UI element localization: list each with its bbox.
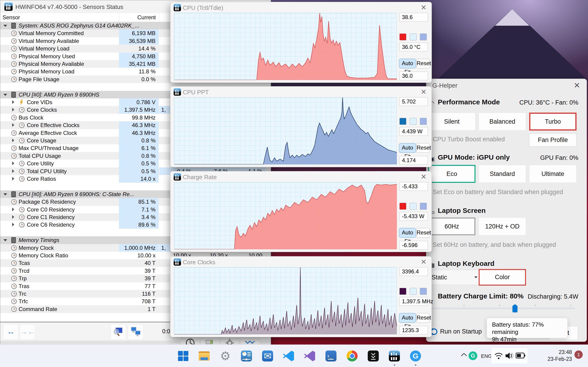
run-on-startup-toggle[interactable]	[427, 328, 437, 335]
sensor-row[interactable]: Physical Memory Load11.8 %	[0, 68, 271, 75]
taskbar-icon-hwinfo[interactable]	[388, 350, 401, 362]
chevron-collapsed-icon[interactable]	[12, 208, 14, 211]
sensor-row[interactable]: Core C6 Residency89.6 %	[0, 221, 271, 229]
taskbar-icon-system-monitor[interactable]	[240, 350, 253, 362]
sensor-row[interactable]: Tcas40 T	[0, 259, 271, 267]
taskbar-icon-settings[interactable]: ⚙	[219, 350, 232, 362]
taskbar-icon-vs-purple[interactable]	[303, 350, 316, 362]
sensor-row[interactable]: Physical Memory Used4,750 MB	[0, 52, 271, 60]
taskbar-icon-explorer[interactable]	[198, 350, 211, 362]
collapse-columns-button[interactable]: →←	[19, 324, 35, 340]
screen-button-60hz[interactable]: 60Hz	[428, 217, 476, 235]
sensor-row[interactable]: Virtual Memory Committed6,193 MB	[0, 29, 271, 37]
sensor-row[interactable]: Core VIDs0.786 V	[0, 98, 271, 106]
remote-monitors-button[interactable]	[128, 324, 144, 340]
sensor-current-value: 39 T	[119, 275, 159, 282]
sensor-current-value: 4,750 MB	[119, 52, 159, 60]
screen-magnifier-button[interactable]	[111, 324, 126, 340]
sensor-row[interactable]: Tras77 T	[0, 282, 271, 290]
keyboard-color-button[interactable]: Color	[479, 269, 526, 286]
taskbar-icon-ghelper[interactable]: G	[409, 350, 422, 362]
taskbar-icon-mail[interactable]: ✉	[261, 350, 274, 362]
sensor-row[interactable]: Trp39 T	[0, 275, 271, 282]
sensor-row[interactable]: Memory Clock Ratio10.00 x10.00 x10.20 x1…	[0, 252, 271, 259]
hwinfo-titlebar[interactable]: HWiNFO64 v7.40-5000 - Sensors Status	[0, 0, 271, 13]
sensor-row[interactable]: Bus Clock99.8 MHz	[0, 114, 271, 122]
tray-quick-settings[interactable]	[491, 348, 528, 364]
chevron-collapsed-icon[interactable]	[12, 177, 14, 181]
sensor-row[interactable]: Total CPU Utility0.5 %0.4 %7.6 %1.1 %	[0, 167, 271, 175]
grammarly-tray-icon[interactable]: G	[468, 351, 477, 360]
sensor-row[interactable]: Physical Memory Available35,421 MB	[0, 60, 271, 68]
tray-chevron-up-icon[interactable]	[460, 352, 468, 358]
screen-button-120hz[interactable]: 120Hz + OD	[479, 217, 526, 235]
fan-profile-button[interactable]: Fan Profile	[529, 133, 577, 147]
chevron-expanded-icon[interactable]	[3, 239, 7, 241]
chevron-collapsed-icon[interactable]	[12, 223, 14, 226]
battery-tray-icon	[516, 352, 526, 359]
gpu-button-standard[interactable]: Standard	[479, 165, 526, 183]
sensor-row[interactable]: Command Rate1 T	[0, 305, 271, 313]
sensor-row[interactable]: Core C1 Residency3.4 %	[0, 213, 271, 221]
tray-clock[interactable]: 23:48 23-Feb-23	[535, 349, 572, 362]
chevron-collapsed-icon[interactable]	[12, 100, 14, 104]
taskbar-icon-dark-terminal[interactable]	[367, 350, 380, 362]
taskbar-icon-chrome[interactable]	[346, 350, 359, 362]
sensor-row[interactable]: Average Effective Clock46.3 MHz	[0, 129, 271, 137]
chevron-expanded-icon[interactable]	[3, 193, 7, 195]
taskbar-icon-vscode[interactable]	[282, 350, 295, 362]
chevron-expanded-icon[interactable]	[3, 25, 7, 27]
sensor-row[interactable]: Core Usage0.8 %	[0, 137, 271, 144]
sensor-row[interactable]: Core Ratios14.0 x	[0, 175, 271, 183]
sensor-row[interactable]: Virtual Memory Available36,539 MB	[0, 37, 271, 45]
chevron-collapsed-icon[interactable]	[12, 215, 14, 219]
gpu-button-ultimate[interactable]: Ultimate	[529, 165, 577, 183]
sensor-row[interactable]: Trc116 T	[0, 290, 271, 298]
sensor-row[interactable]: Package C6 Residency85.1 %	[0, 198, 271, 206]
sensor-row[interactable]: Trfc708 T	[0, 298, 271, 305]
perf-button-turbo[interactable]: Turbo	[529, 113, 577, 131]
chevron-collapsed-icon[interactable]	[12, 161, 14, 165]
sensor-group-row[interactable]: System: ASUS ROG Zephyrus G14 GA402RK_..…	[0, 22, 271, 30]
hwinfo-app-icon	[4, 2, 13, 11]
clock-icon	[11, 145, 17, 151]
column-current[interactable]: Current	[119, 14, 156, 21]
clock-icon	[11, 69, 17, 74]
perf-button-silent[interactable]: Silent	[428, 113, 476, 131]
sensor-row[interactable]: Max CPU/Thread Usage6.1 %	[0, 144, 271, 152]
expand-columns-button[interactable]: ↔	[3, 324, 19, 340]
sensor-row[interactable]: Core Clocks1,397.5 MHz1,	[0, 106, 271, 114]
notification-badge[interactable]: 1	[574, 350, 583, 359]
sensor-row[interactable]: Core C0 Residency7.1 %	[0, 206, 271, 214]
sensor-row[interactable]: Total CPU Usage0.8 %	[0, 152, 271, 160]
sensor-label: System: ASUS ROG Zephyrus G14 GA402RK_..…	[19, 23, 139, 29]
sensor-group-row[interactable]: CPU [#0]: AMD Ryzen 9 6900HS: C-State Re…	[0, 190, 271, 198]
battery-limit-slider-track[interactable]	[428, 308, 575, 309]
perf-button-balanced[interactable]: Balanced	[479, 113, 526, 131]
sensor-row[interactable]: Memory Clock1,000.0 MHz1,	[0, 244, 271, 252]
sensor-current-value: 1 T	[119, 305, 159, 313]
battery-limit-slider-handle[interactable]	[512, 304, 518, 312]
taskbar-icon-start[interactable]	[177, 350, 190, 362]
chevron-collapsed-icon[interactable]	[12, 169, 14, 173]
sensor-row[interactable]: Trcd39 T	[0, 267, 271, 275]
sensor-current-value: 0.8 %	[119, 152, 159, 160]
sensor-group-row[interactable]: Memory Timings	[0, 236, 271, 244]
sensor-row[interactable]: Core Effective Clocks46.3 MHz	[0, 121, 271, 129]
sensor-row[interactable]: Page File Usage0.0 %	[0, 75, 271, 83]
keyboard-mode-dropdown[interactable]: Static	[428, 270, 481, 285]
gpu-button-eco[interactable]: Eco	[428, 165, 476, 183]
taskbar-icon-powershell[interactable]: ›_	[325, 350, 337, 362]
column-sensor[interactable]: Sensor	[2, 14, 20, 21]
sensor-row[interactable]: Virtual Memory Load14.4 %	[0, 45, 271, 52]
ghelper-close-button[interactable]: ✕	[574, 81, 580, 90]
sensor-row[interactable]: Core Utility0.5 %	[0, 160, 271, 167]
chevron-collapsed-icon[interactable]	[12, 139, 14, 142]
chevron-collapsed-icon[interactable]	[12, 123, 14, 127]
chevron-collapsed-icon[interactable]	[12, 108, 14, 111]
sensor-current-value: 7.1 %	[119, 206, 159, 214]
tray-language[interactable]: ENG	[481, 353, 492, 359]
chevron-expanded-icon[interactable]	[3, 94, 7, 96]
sensor-group-row[interactable]: CPU [#0]: AMD Ryzen 9 6900HS	[0, 91, 271, 99]
hwinfo-column-header[interactable]: Sensor Current	[0, 13, 271, 22]
